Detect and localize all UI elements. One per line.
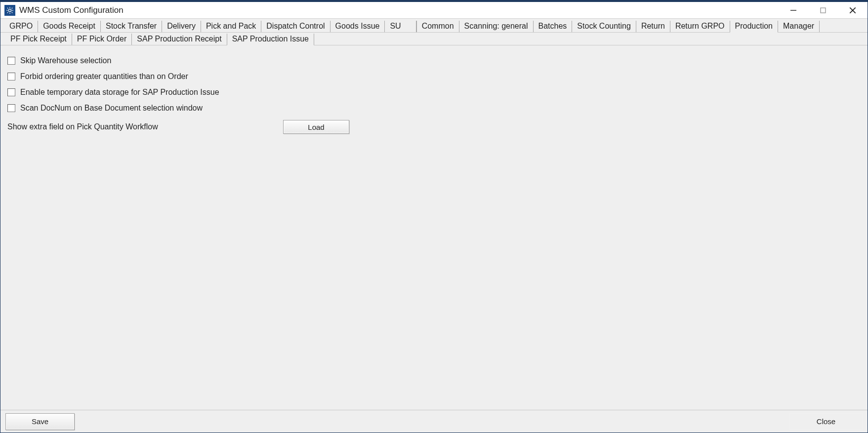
save-button[interactable]: Save	[5, 413, 75, 430]
option-skip-warehouse: Skip Warehouse selection	[7, 53, 861, 68]
minimize-button[interactable]	[779, 1, 808, 19]
tab-production[interactable]: Production	[730, 21, 779, 32]
tab-stock-counting[interactable]: Stock Counting	[572, 21, 636, 32]
tab-common[interactable]: Common	[416, 21, 459, 32]
tab-delivery[interactable]: Delivery	[162, 21, 201, 32]
extra-field-label: Show extra field on Pick Quantity Workfl…	[7, 122, 283, 131]
client-area: GRPO Goods Receipt Stock Transfer Delive…	[0, 18, 868, 433]
option-scan-docnum: Scan DocNum on Base Document selection w…	[7, 101, 861, 116]
tab-grpo[interactable]: GRPO	[4, 21, 38, 32]
option-forbid-greater-qty: Forbid ordering greater quantities than …	[7, 69, 861, 84]
extra-field-row: Show extra field on Pick Quantity Workfl…	[7, 118, 861, 135]
maximize-button[interactable]	[808, 1, 838, 19]
tab-manager[interactable]: Manager	[778, 21, 820, 32]
window-controls	[779, 2, 868, 18]
checkbox-scan-docnum[interactable]	[7, 104, 15, 112]
tab-dispatch-control[interactable]: Dispatch Control	[261, 21, 330, 32]
svg-rect-2	[821, 8, 826, 13]
tab-scanning-general[interactable]: Scanning: general	[459, 21, 534, 32]
checkbox-forbid-greater-qty[interactable]	[7, 73, 15, 80]
subtab-sap-production-receipt[interactable]: SAP Production Receipt	[132, 34, 227, 45]
checkbox-skip-warehouse[interactable]	[7, 57, 15, 65]
subtab-sap-production-issue[interactable]: SAP Production Issue	[227, 34, 314, 45]
secondary-tabstrip: PF Pick Receipt PF Pick Order SAP Produc…	[0, 33, 868, 45]
primary-tabstrip: GRPO Goods Receipt Stock Transfer Delive…	[0, 19, 868, 33]
tab-pick-and-pack[interactable]: Pick and Pack	[201, 21, 261, 32]
tab-return-grpo[interactable]: Return GRPO	[670, 21, 730, 32]
footer: Save Close	[0, 410, 868, 433]
checkbox-temp-data-storage[interactable]	[7, 88, 15, 96]
option-temp-data-storage: Enable temporary data storage for SAP Pr…	[7, 85, 861, 100]
subtab-pf-pick-receipt[interactable]: PF Pick Receipt	[5, 34, 72, 45]
checkbox-label: Enable temporary data storage for SAP Pr…	[20, 88, 219, 97]
window-title: WMS Custom Configuration	[19, 5, 124, 15]
tab-goods-receipt[interactable]: Goods Receipt	[38, 21, 101, 32]
checkbox-label: Scan DocNum on Base Document selection w…	[20, 104, 203, 113]
tab-goods-issue[interactable]: Goods Issue	[331, 21, 385, 32]
tab-su[interactable]: SU	[385, 21, 416, 32]
checkbox-label: Forbid ordering greater quantities than …	[20, 72, 188, 81]
subtab-pf-pick-order[interactable]: PF Pick Order	[72, 34, 132, 45]
close-window-button[interactable]	[838, 1, 868, 19]
close-button[interactable]: Close	[789, 413, 863, 430]
titlebar: WMS Custom Configuration	[0, 0, 868, 18]
config-window: WMS Custom Configuration GRPO Goods Rece…	[0, 0, 868, 433]
tab-return[interactable]: Return	[636, 21, 670, 32]
load-button[interactable]: Load	[283, 120, 349, 134]
svg-point-0	[8, 9, 11, 11]
checkbox-label: Skip Warehouse selection	[20, 56, 111, 65]
tab-batches[interactable]: Batches	[534, 21, 573, 32]
app-icon	[4, 5, 15, 16]
tab-stock-transfer[interactable]: Stock Transfer	[101, 21, 162, 32]
tab-content: Skip Warehouse selection Forbid ordering…	[0, 45, 868, 410]
